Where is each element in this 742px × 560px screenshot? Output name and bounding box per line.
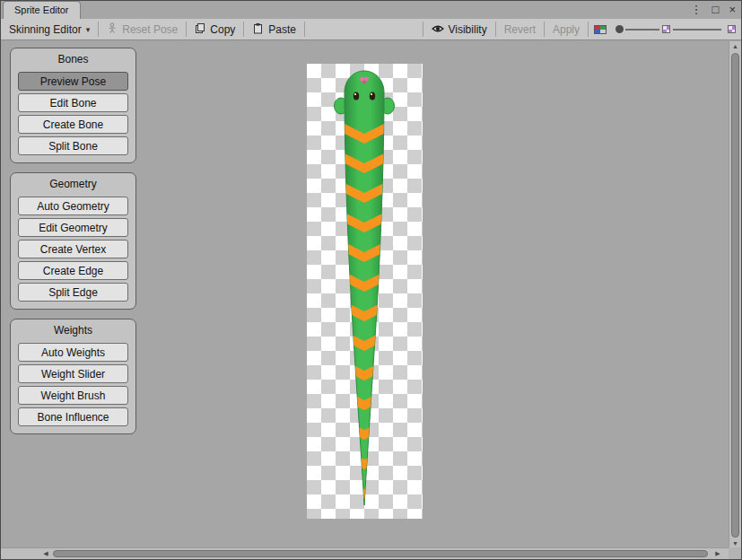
auto-weights-button[interactable]: Auto Weights [18,343,128,362]
snake-right-eye [370,92,375,100]
paste-button[interactable]: Paste [244,19,304,39]
tab-sprite-editor[interactable]: Sprite Editor [3,1,81,19]
revert-button[interactable]: Revert [496,19,544,39]
copy-icon [195,22,205,37]
kebab-menu-icon[interactable]: ⋮ [691,1,703,19]
create-vertex-button[interactable]: Create Vertex [18,240,128,258]
texture-preview-icon[interactable] [662,25,670,33]
mipmap-icon[interactable] [728,25,736,33]
snake-pink-marking [362,80,366,83]
snake-left-eye-glint [354,93,356,95]
auto-geometry-button[interactable]: Auto Geometry [18,197,128,215]
vertical-scrollbar[interactable]: ▲ ▼ [729,41,741,549]
visibility-eye-icon [432,23,444,36]
sprite-canvas[interactable] [307,64,423,519]
weight-slider-button[interactable]: Weight Slider [18,364,128,383]
apply-button[interactable]: Apply [545,19,588,39]
toolbar: Skinning Editor ▾ Reset Pose Copy Paste [1,19,741,40]
create-edge-button[interactable]: Create Edge [18,261,128,280]
copy-label: Copy [210,23,235,36]
zoom-slider-track[interactable] [673,29,721,31]
horizontal-scrollbar-thumb[interactable] [53,550,708,557]
paste-label: Paste [268,23,296,36]
scroll-left-icon[interactable]: ◀ [40,548,51,559]
preview-pose-button[interactable]: Preview Pose [18,72,128,91]
edit-geometry-button[interactable]: Edit Geometry [18,218,128,237]
bone-influence-button[interactable]: Bone Influence [18,407,128,426]
weights-panel: Weights Auto Weights Weight Slider Weigh… [10,319,136,434]
snake-left-eye [354,92,359,100]
reset-pose-button[interactable]: Reset Pose [99,19,186,39]
bones-panel-title: Bones [18,53,128,66]
zoom-slider[interactable] [615,19,721,39]
horizontal-scrollbar[interactable]: ◀ ▶ [1,547,730,559]
snake-right-eye-glint [371,93,372,95]
edit-bone-button[interactable]: Edit Bone [18,93,128,112]
snake-sprite [307,64,423,519]
revert-label: Revert [504,23,536,36]
close-icon[interactable]: × [729,1,736,19]
scrollbar-corner [729,547,741,559]
visibility-button[interactable]: Visibility [423,19,495,39]
skinning-editor-label: Skinning Editor [9,23,82,36]
chevron-down-icon: ▾ [86,25,91,34]
zoom-slider-knob[interactable] [615,25,624,33]
weight-brush-button[interactable]: Weight Brush [18,386,128,405]
vertical-scrollbar-thumb[interactable] [731,53,739,538]
create-bone-button[interactable]: Create Bone [18,115,128,134]
title-bar: Sprite Editor ⋮ □ × [1,1,741,19]
sprite-editor-window: Sprite Editor ⋮ □ × Skinning Editor ▾ Re… [0,0,742,560]
reset-pose-icon [107,22,118,37]
reset-pose-label: Reset Pose [122,23,178,36]
rgb-swatch-icon [594,25,607,34]
split-bone-button[interactable]: Split Bone [18,136,128,155]
paste-icon [252,22,264,37]
bones-panel: Bones Preview Pose Edit Bone Create Bone… [10,48,136,163]
zoom-slider-track[interactable] [625,29,659,31]
skinning-editor-dropdown[interactable]: Skinning Editor ▾ [1,19,98,39]
scroll-up-icon[interactable]: ▲ [729,41,741,52]
copy-button[interactable]: Copy [187,19,243,39]
visibility-label: Visibility [449,23,487,36]
maximize-icon[interactable]: □ [712,1,720,19]
rgb-swatch-button[interactable] [589,19,612,39]
geometry-panel-title: Geometry [18,178,128,190]
scroll-right-icon[interactable]: ▶ [712,548,723,559]
weights-panel-title: Weights [18,324,128,337]
split-edge-button[interactable]: Split Edge [18,283,128,302]
apply-label: Apply [553,23,580,36]
geometry-panel: Geometry Auto Geometry Edit Geometry Cre… [10,172,136,310]
